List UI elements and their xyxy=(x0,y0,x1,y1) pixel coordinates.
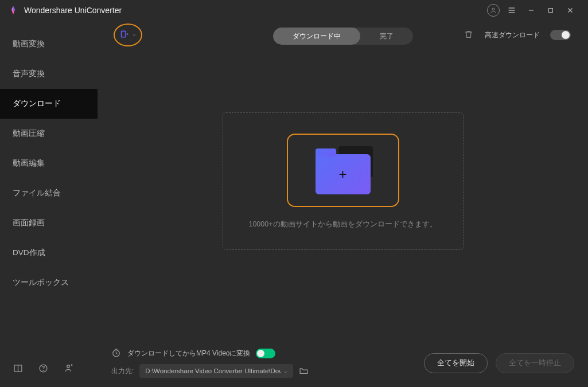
folder-icon: + xyxy=(316,154,371,194)
schedule-icon[interactable] xyxy=(111,348,122,358)
menu-button[interactable] xyxy=(502,0,521,21)
speed-download-label: 高速ダウンロード xyxy=(485,30,540,40)
sidebar-item-dvd[interactable]: DVD作成 xyxy=(0,238,98,268)
app-logo xyxy=(8,5,18,15)
drop-hint-text: 10000+の動画サイトから動画をダウンロードできます。 xyxy=(248,220,437,229)
sidebar-item-audio-convert[interactable]: 音声変換 xyxy=(0,59,98,89)
sidebar-item-merge[interactable]: ファイル結合 xyxy=(0,178,98,208)
tab-downloading[interactable]: ダウンロード中 xyxy=(273,28,360,45)
minimize-button[interactable] xyxy=(521,0,541,21)
sidebar-item-compress[interactable]: 動画圧縮 xyxy=(0,119,98,148)
dropzone: + 10000+の動画サイトから動画をダウンロードできます。 xyxy=(223,112,464,250)
svg-rect-15 xyxy=(122,31,126,37)
svg-rect-5 xyxy=(549,9,553,13)
svg-point-11 xyxy=(43,370,44,370)
start-all-button[interactable]: 全てを開始 xyxy=(424,353,488,373)
titlebar: Wondershare UniConverter xyxy=(0,0,588,21)
sidebar-item-edit[interactable]: 動画編集 xyxy=(0,148,98,178)
add-url-button[interactable] xyxy=(114,24,142,46)
speed-download-toggle[interactable] xyxy=(550,30,571,40)
trash-button[interactable] xyxy=(464,30,474,40)
sidebar-item-video-convert[interactable]: 動画変換 xyxy=(0,29,98,59)
chevron-down-icon xyxy=(283,367,289,377)
convert-after-label: ダウンロードしてからMP4 Videoに変換 xyxy=(127,349,250,358)
output-path-select[interactable] xyxy=(139,364,293,378)
sidebar-item-record[interactable]: 画面録画 xyxy=(0,208,98,238)
sidebar: 動画変換 音声変換 ダウンロード 動画圧縮 動画編集 ファイル結合 画面録画 D… xyxy=(0,21,98,363)
svg-point-0 xyxy=(492,8,494,10)
contact-icon[interactable] xyxy=(63,363,73,373)
help-icon[interactable] xyxy=(38,363,48,373)
sidebar-footer xyxy=(13,363,73,373)
main-area: ダウンロード中 完了 高速ダウンロード + 10000+の動画サイトから動画をダ… xyxy=(98,21,588,363)
account-button[interactable] xyxy=(487,4,500,17)
chevron-down-icon xyxy=(131,32,137,38)
output-label: 出力先: xyxy=(111,366,134,376)
sidebar-item-download[interactable]: ダウンロード xyxy=(0,89,98,119)
add-folder-button[interactable]: + xyxy=(287,134,399,207)
status-tabs: ダウンロード中 完了 xyxy=(273,28,413,45)
library-icon[interactable] xyxy=(13,363,23,373)
app-title: Wondershare UniConverter xyxy=(24,6,487,15)
plus-icon: + xyxy=(338,166,346,182)
tab-done[interactable]: 完了 xyxy=(360,28,413,45)
svg-line-20 xyxy=(116,353,118,354)
sidebar-item-toolbox[interactable]: ツールボックス xyxy=(0,268,98,298)
close-button[interactable] xyxy=(560,0,580,21)
bottom-bar: ダウンロードしてからMP4 Videoに変換 出力先: 全てを開始 全てを一時停… xyxy=(98,341,588,387)
topbar: ダウンロード中 完了 高速ダウンロード xyxy=(98,21,588,49)
svg-point-12 xyxy=(67,365,70,368)
open-folder-button[interactable] xyxy=(299,366,309,376)
convert-after-toggle[interactable] xyxy=(256,349,275,358)
pause-all-button: 全てを一時停止 xyxy=(496,353,574,373)
maximize-button[interactable] xyxy=(541,0,560,21)
